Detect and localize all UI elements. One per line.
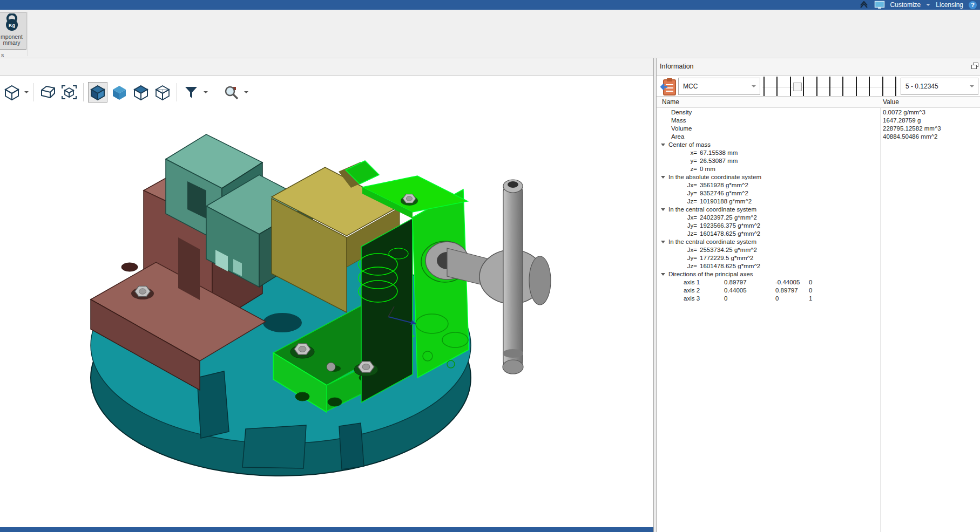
component-key: y= [667, 157, 697, 165]
component-value: 9352746 g*mm^2 [700, 189, 748, 197]
float-panel-icon[interactable] [971, 63, 978, 69]
axis-label: axis 3 [684, 295, 700, 303]
chevron-up-icon[interactable] [859, 1, 869, 9]
precision-combo-value: 5 - 0.12345 [905, 83, 938, 90]
axis-value: 0.89797 [724, 278, 747, 287]
filter-funnel-icon [183, 84, 199, 100]
axis-value: 0 [775, 295, 779, 303]
slider-handle[interactable] [793, 83, 802, 91]
table-row[interactable]: z=0 mm [657, 165, 980, 173]
filter-funnel-button[interactable] [181, 82, 201, 103]
table-row[interactable]: axis 20.440050.897970 [657, 287, 980, 295]
help-icon[interactable]: ? [969, 1, 977, 9]
table-row[interactable]: axis 10.89797-0.440050 [657, 278, 980, 287]
table-row[interactable]: Jy=9352746 g*mm^2 [657, 189, 980, 197]
perspective-box-icon [39, 84, 56, 100]
table-row[interactable]: Area40884.50486 mm^2 [657, 133, 980, 141]
collapse-triangle-icon[interactable] [661, 208, 665, 211]
table-row[interactable]: Density0.0072 g/mm^3 [657, 108, 980, 117]
ribbon: Kg mponent mmary s [0, 10, 980, 58]
kg-weight-icon: Kg [4, 13, 20, 32]
table-row[interactable]: Jz=1601478.625 g*mm^2 [657, 262, 980, 270]
axis-value: 1 [809, 295, 812, 303]
shaded-view-button[interactable] [88, 82, 107, 103]
slider-tick [790, 77, 791, 97]
table-row[interactable]: axis 3001 [657, 295, 980, 303]
view-toolbar [2, 81, 248, 104]
table-row[interactable]: Jy=1923566.375 g*mm^2 [657, 222, 980, 230]
collapse-triangle-icon[interactable] [661, 241, 665, 243]
table-row[interactable]: In the central coordinate system [657, 238, 980, 246]
slider-tick [842, 77, 843, 97]
component-key: Jx= [667, 181, 697, 189]
panel-header: Information [657, 58, 980, 76]
table-row[interactable]: In the central coordinate system [657, 206, 980, 214]
component-summary-button[interactable]: Kg mponent mmary [0, 12, 26, 50]
zoom-to-fit-icon [60, 84, 78, 100]
zoom-to-fit-button[interactable] [59, 82, 79, 103]
component-value: 1923566.375 g*mm^2 [700, 222, 760, 230]
table-row[interactable]: Jx=2553734.25 g*mm^2 [657, 246, 980, 254]
precision-combo[interactable]: 5 - 0.12345 [901, 78, 978, 95]
information-panel: Information MCC 5 - 0.12345 [657, 58, 980, 532]
svg-text:Kg: Kg [9, 23, 15, 28]
table-row[interactable]: Mass1647.28759 g [657, 117, 980, 125]
wireframe-view-icon [154, 84, 171, 100]
table-row[interactable]: Volume228795.12582 mm^3 [657, 125, 980, 133]
perspective-box-button[interactable] [38, 82, 57, 103]
iso-view-cube-button[interactable] [2, 82, 22, 103]
table-row[interactable]: Jx=3561928 g*mm^2 [657, 181, 980, 189]
component-key: Jy= [667, 254, 697, 262]
measure-caret-icon[interactable] [244, 91, 248, 93]
properties-grid: Name Value Density0.0072 g/mm^3Mass1647.… [657, 96, 980, 532]
component-key: x= [667, 149, 697, 157]
parameter-combo[interactable]: MCC [678, 78, 760, 95]
view-caret-icon[interactable] [24, 91, 29, 93]
ribbon-group-label: s [1, 52, 4, 58]
shaded-view-icon [90, 84, 106, 100]
toolbar-separator [83, 83, 84, 101]
table-row[interactable]: Jz=10190188 g*mm^2 [657, 197, 980, 206]
component-value: 67.15538 mm [700, 149, 738, 157]
property-name: Mass [671, 117, 686, 125]
slider-tick [776, 77, 778, 97]
collapse-triangle-icon[interactable] [661, 144, 665, 146]
shaded-with-edges-view-button[interactable] [131, 82, 151, 103]
column-header-name[interactable]: Name [662, 98, 679, 106]
slider-tick [763, 77, 765, 97]
component-key: Jx= [667, 214, 697, 222]
axis-label: axis 1 [684, 278, 700, 287]
menu-customize[interactable]: Customize [890, 0, 921, 10]
column-header-value[interactable]: Value [883, 98, 899, 106]
grid-rows: Density0.0072 g/mm^3Mass1647.28759 gVolu… [657, 108, 980, 303]
table-row[interactable]: Directions of the principal axes [657, 270, 980, 278]
property-name: Area [671, 133, 684, 141]
table-row[interactable]: y=26.53087 mm [657, 157, 980, 165]
component-key: Jz= [667, 197, 697, 206]
measure-button[interactable] [222, 82, 241, 103]
monitor-icon[interactable] [874, 1, 885, 9]
slider-tick [869, 77, 870, 97]
solid-shaded-view-button[interactable] [110, 82, 129, 103]
table-row[interactable]: In the absolute coordinate system [657, 173, 980, 181]
axis-value: -0.44005 [775, 278, 800, 287]
viewport-3d[interactable] [0, 76, 653, 527]
table-row[interactable]: Jz=1601478.625 g*mm^2 [657, 230, 980, 238]
collapse-triangle-icon[interactable] [661, 176, 665, 179]
wireframe-view-button[interactable] [153, 82, 172, 103]
component-key: Jx= [667, 246, 697, 254]
mass-report-clipboard-icon [660, 78, 677, 96]
component-value: 2553734.25 g*mm^2 [700, 246, 757, 254]
collapse-triangle-icon[interactable] [661, 273, 665, 276]
table-row[interactable]: Jx=2402397.25 g*mm^2 [657, 214, 980, 222]
component-value: 0 mm [700, 165, 715, 173]
table-row[interactable]: x=67.15538 mm [657, 149, 980, 157]
filter-caret-icon[interactable] [204, 91, 208, 93]
component-key: Jy= [667, 189, 697, 197]
axis-label: axis 2 [684, 287, 700, 295]
table-row[interactable]: Center of mass [657, 141, 980, 149]
menu-licensing[interactable]: Licensing [936, 0, 963, 10]
table-row[interactable]: Jy=1772229.5 g*mm^2 [657, 254, 980, 262]
iso-view-cube-icon [4, 84, 20, 100]
customize-caret-icon[interactable] [926, 4, 930, 6]
